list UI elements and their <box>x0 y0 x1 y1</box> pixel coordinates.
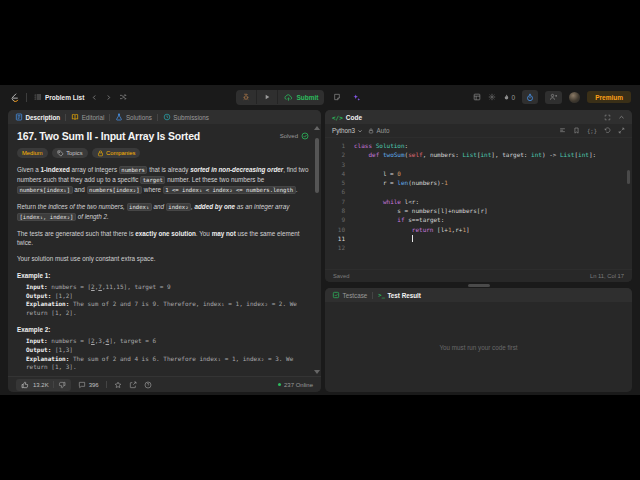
code-line[interactable]: 12 <box>331 243 632 252</box>
line-number: 11 <box>331 234 345 243</box>
terminal-icon: >_ <box>378 292 385 298</box>
tab-test-result[interactable]: >_ Test Result <box>378 292 421 299</box>
settings-gear-icon[interactable] <box>488 93 496 101</box>
auto-toggle[interactable]: Auto <box>368 127 389 134</box>
navbar-center: Submit <box>236 90 363 105</box>
code-line[interactable]: 4 l = 0 <box>331 169 632 178</box>
code-line[interactable]: 1class Solution: <box>331 141 632 150</box>
empty-result-message: You must run your code first <box>439 344 517 351</box>
problem-list-button[interactable]: Problem List <box>34 93 84 101</box>
list-icon <box>34 93 42 101</box>
feedback-question-icon[interactable] <box>144 381 152 389</box>
scrollbar-thumb[interactable] <box>315 138 319 193</box>
code-line[interactable]: 2 def twoSum(self, numbers: List[int], t… <box>331 150 632 159</box>
reset-undo-icon[interactable] <box>604 127 611 134</box>
tab-solutions[interactable]: Solutions <box>115 113 151 121</box>
problem-examples: Example 1:Input: numbers = [2,7,11,15], … <box>17 272 309 372</box>
language-selector[interactable]: Python3 <box>332 127 363 134</box>
code-line[interactable]: 3 <box>331 160 632 169</box>
daily-streak[interactable]: 0 <box>503 93 516 102</box>
submissions-history-icon <box>163 113 171 121</box>
collaborate-user-plus-icon[interactable] <box>545 91 562 104</box>
collapse-chevron-icon[interactable] <box>618 114 625 121</box>
user-avatar[interactable] <box>569 92 580 103</box>
code-line[interactable]: 10 return [l+1,r+1] <box>331 225 632 234</box>
layout-icon[interactable] <box>473 93 481 101</box>
problem-text: The tests are generated such that there … <box>17 229 309 247</box>
panel-resize-handle[interactable] <box>468 284 490 287</box>
companies-badge[interactable]: Companies <box>92 148 141 158</box>
tab-testcase[interactable]: Testcase <box>332 291 367 299</box>
problem-text: Your solution must use only constant ext… <box>17 254 309 263</box>
line-number: 12 <box>331 243 345 252</box>
braces-icon[interactable]: {;} <box>587 128 597 134</box>
example-row: Input: numbers = [2,7,11,15], target = 9 <box>26 283 309 292</box>
tab-editorial[interactable]: Editorial <box>71 113 104 121</box>
tab-label: Test Result <box>387 292 420 299</box>
thumbs-up-icon[interactable] <box>21 381 29 389</box>
tab-label: Testcase <box>343 292 368 299</box>
code-line[interactable]: 11 <box>331 234 632 243</box>
share-icon[interactable] <box>129 381 137 389</box>
text-cursor <box>412 235 413 243</box>
code-line[interactable]: 6 <box>331 187 632 196</box>
topics-badge[interactable]: Topics <box>52 148 88 158</box>
online-dot <box>278 383 281 386</box>
tab-submissions[interactable]: Submissions <box>163 113 209 121</box>
editor-scrollbar-thumb[interactable] <box>627 170 630 184</box>
workspace: Description Editorial Solutions Submissi… <box>8 110 632 392</box>
divider <box>106 381 107 388</box>
code-line[interactable]: 8 s = numbers[l]+numbers[r] <box>331 206 632 215</box>
format-align-icon[interactable] <box>559 127 566 134</box>
scroll-down-arrow[interactable] <box>314 370 320 374</box>
editor-toolbar: Python3 Auto {;} <box>325 124 632 138</box>
ai-sparkles-icon[interactable] <box>350 91 363 104</box>
star-icon[interactable] <box>114 381 122 389</box>
code-panel-title: </> Code <box>332 114 362 121</box>
line-number: 6 <box>331 187 345 196</box>
code-line[interactable]: 7 while l<r: <box>331 197 632 206</box>
code-line[interactable]: 9 if s==target: <box>331 215 632 224</box>
next-problem-button[interactable] <box>105 94 112 101</box>
badge-row: Medium Topics Companies <box>17 148 309 158</box>
premium-button[interactable]: Premium <box>587 91 631 103</box>
run-button[interactable] <box>257 90 278 104</box>
example-heading: Example 1: <box>17 272 309 279</box>
example-row: Output: [1,3] <box>26 346 309 355</box>
line-number: 3 <box>331 160 345 169</box>
difficulty-badge[interactable]: Medium <box>17 148 48 158</box>
console-panel: Testcase >_ Test Result You must run you… <box>325 288 632 392</box>
scroll-up-arrow[interactable] <box>314 126 320 130</box>
bookmark-icon[interactable] <box>573 127 580 134</box>
flame-icon <box>503 93 510 102</box>
comments-button[interactable]: 396 <box>78 381 99 389</box>
streak-count: 0 <box>512 94 516 101</box>
notes-icon[interactable] <box>331 91 343 103</box>
auto-lock-icon <box>368 128 374 134</box>
prev-problem-button[interactable] <box>91 94 98 101</box>
run-controls: Submit <box>236 90 324 105</box>
example-block: Input: numbers = [2,3,4], target = 6Outp… <box>17 337 309 371</box>
tab-description[interactable]: Description <box>15 113 60 121</box>
maximize-icon[interactable] <box>604 114 611 121</box>
tab-label: Submissions <box>173 114 209 121</box>
problem-text: Return the indices of the two numbers, i… <box>17 202 309 222</box>
submit-button[interactable]: Submit <box>278 90 324 105</box>
problem-description: 167. Two Sum II - Input Array Is Sorted … <box>8 124 321 376</box>
example-row: Output: [1,2] <box>26 292 309 301</box>
expand-editor-icon[interactable] <box>618 127 625 134</box>
code-line[interactable]: 5 r = len(numbers)-1 <box>331 178 632 187</box>
random-problem-button[interactable] <box>119 93 127 101</box>
line-number: 5 <box>331 178 345 187</box>
console-tabstrip: Testcase >_ Test Result <box>325 288 632 302</box>
timer-icon[interactable] <box>522 90 538 104</box>
code-editor[interactable]: 1class Solution:2 def twoSum(self, numbe… <box>325 138 632 269</box>
example-block: Input: numbers = [2,7,11,15], target = 9… <box>17 283 309 317</box>
description-scrollbar[interactable] <box>314 126 320 374</box>
leetcode-logo-icon[interactable] <box>9 92 19 103</box>
thumbs-down-icon[interactable] <box>58 381 66 389</box>
code-panel: </> Code Python3 Auto <box>325 110 632 282</box>
chevron-down-icon <box>357 128 363 134</box>
debug-button[interactable] <box>236 90 257 104</box>
solved-status: Solved <box>280 132 309 140</box>
